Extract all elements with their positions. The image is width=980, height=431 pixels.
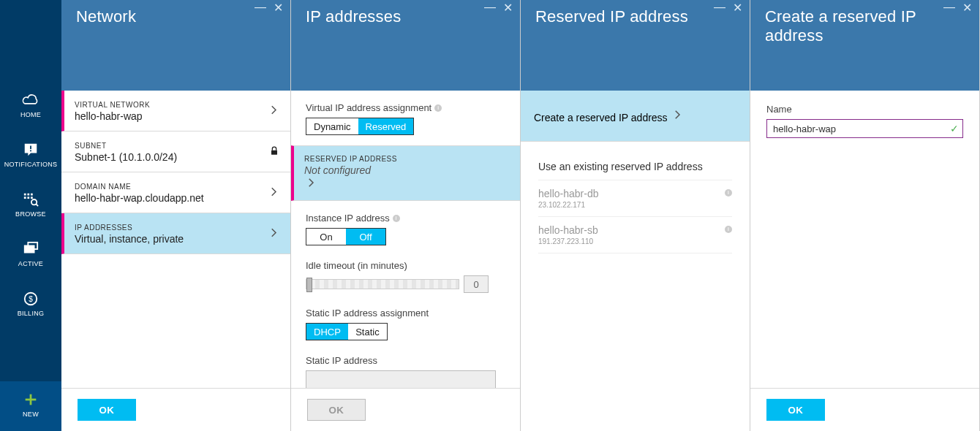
vip-reserved-option[interactable]: Reserved — [358, 118, 414, 134]
blade-reserved-header: — ✕ Reserved IP address — [521, 0, 750, 91]
info-icon: i — [393, 215, 400, 222]
instance-ip-label: Instance IP addressi — [306, 213, 505, 224]
minimize-button[interactable]: — — [941, 0, 957, 15]
instance-ip-toggle[interactable]: On Off — [306, 228, 386, 245]
nav-billing-label: BILLING — [18, 310, 45, 317]
existing-ip-address: 23.102.22.171 — [538, 201, 732, 209]
row-subnet-label: SUBNET — [75, 142, 277, 150]
ok-button[interactable]: OK — [78, 399, 136, 421]
vip-dynamic-option[interactable]: Dynamic — [306, 118, 358, 134]
static-ip-label: Static IP address — [306, 355, 505, 366]
nav-browse-label: BROWSE — [15, 210, 46, 218]
nav-active[interactable]: ACTIVE — [0, 231, 61, 281]
row-subnet-value: Subnet-1 (10.1.0.0/24) — [75, 151, 277, 163]
blade-ip-addresses: — ✕ IP addresses Virtual IP address assi… — [291, 0, 521, 431]
svg-rect-16 — [271, 150, 277, 154]
info-icon: i — [725, 226, 732, 233]
nav-active-label: ACTIVE — [18, 260, 43, 267]
active-icon — [21, 241, 40, 257]
static-dhcp-option[interactable]: DHCP — [306, 324, 348, 340]
close-button[interactable]: ✕ — [500, 0, 516, 15]
chevron-right-icon — [671, 112, 684, 123]
existing-ip-address: 191.237.223.110 — [538, 237, 732, 245]
existing-ip-item[interactable]: hello-habr-db 23.102.22.171 i — [538, 180, 732, 217]
blade-reserved-body: Create a reserved IP address Use an exis… — [521, 91, 750, 431]
svg-rect-7 — [31, 197, 33, 199]
row-domain-name[interactable]: DOMAIN NAME hello-habr-wap.cloudapp.net — [61, 172, 290, 213]
row-vnet-value: hello-habr-wap — [75, 110, 277, 122]
row-subnet[interactable]: SUBNET Subnet-1 (10.1.0.0/24) — [61, 131, 290, 172]
blade-network-header: — ✕ Network — [61, 0, 290, 91]
close-button[interactable]: ✕ — [959, 0, 975, 15]
static-assign-label: Static IP address assignment — [306, 308, 505, 319]
blade-create-title: Create a reserved IP address — [765, 7, 965, 45]
browse-icon — [21, 191, 40, 207]
name-input[interactable] — [766, 119, 963, 138]
lock-icon — [268, 145, 280, 159]
reserved-ip-row[interactable]: RESERVED IP ADDRESS Not configured — [291, 145, 520, 201]
slider-thumb[interactable] — [306, 278, 312, 292]
blade-network-title: Network — [76, 7, 276, 26]
blade-network: — ✕ Network VIRTUAL NETWORK hello-habr-w… — [61, 0, 291, 431]
minimize-button[interactable]: — — [252, 0, 268, 15]
row-virtual-network[interactable]: VIRTUAL NETWORK hello-habr-wap — [61, 91, 290, 131]
blade-ip-header: — ✕ IP addresses — [291, 0, 520, 91]
idle-timeout-slider[interactable] — [306, 279, 459, 289]
static-static-option[interactable]: Static — [348, 324, 387, 340]
static-assign-toggle[interactable]: DHCP Static — [306, 323, 388, 340]
svg-point-8 — [31, 199, 37, 205]
info-icon: i — [725, 189, 732, 197]
instance-ip-off[interactable]: Off — [346, 229, 385, 245]
minimize-button[interactable]: — — [482, 0, 498, 15]
vip-assignment-toggle[interactable]: Dynamic Reserved — [306, 118, 414, 135]
instance-ip-on[interactable]: On — [306, 229, 346, 245]
existing-section-header: Use an existing reserved IP address — [521, 142, 750, 180]
nav-new-label: NEW — [23, 411, 39, 418]
svg-rect-5 — [24, 197, 26, 199]
create-reserved-ip-option[interactable]: Create a reserved IP address — [521, 91, 750, 142]
svg-line-9 — [36, 204, 38, 206]
idle-timeout-label: Idle timeout (in minutes) — [306, 260, 505, 271]
svg-text:$: $ — [29, 295, 33, 303]
name-field-label: Name — [766, 104, 963, 115]
blade-network-body: VIRTUAL NETWORK hello-habr-wap SUBNET Su… — [61, 91, 290, 388]
minimize-button[interactable]: — — [712, 0, 728, 15]
nav-home[interactable]: HOME — [0, 82, 61, 131]
plus-icon — [21, 392, 40, 408]
notification-icon — [21, 142, 40, 158]
nav-home-label: HOME — [20, 111, 41, 118]
svg-rect-0 — [30, 146, 31, 150]
ok-button: OK — [307, 399, 366, 421]
nav-notifications[interactable]: NOTIFICATIONS — [0, 131, 61, 181]
svg-rect-1 — [30, 150, 31, 151]
svg-rect-4 — [31, 194, 33, 196]
nav-billing[interactable]: $ BILLING — [0, 281, 61, 330]
blade-create-reserved: — ✕ Create a reserved IP address Name ✓ … — [750, 0, 980, 431]
billing-icon: $ — [21, 291, 40, 307]
blade-create-body: Name ✓ — [750, 91, 979, 388]
info-icon: i — [434, 104, 442, 112]
row-ip-addresses[interactable]: IP ADDRESSES Virtual, instance, private — [61, 213, 290, 254]
close-button[interactable]: ✕ — [270, 0, 286, 15]
blade-create-footer: OK — [750, 388, 979, 431]
idle-timeout-value: 0 — [464, 275, 489, 293]
existing-ip-name: hello-habr-db — [538, 188, 732, 199]
blade-ip-title: IP addresses — [306, 7, 505, 26]
static-ip-input — [306, 370, 496, 388]
nav-new[interactable]: NEW — [0, 381, 61, 431]
blade-ip-body: Virtual IP address assignmenti Dynamic R… — [291, 91, 520, 388]
cloud-icon — [21, 92, 40, 108]
vip-assignment-label: Virtual IP address assignmenti — [306, 102, 505, 113]
ok-button[interactable]: OK — [766, 399, 825, 421]
row-vnet-label: VIRTUAL NETWORK — [75, 101, 277, 109]
existing-ip-item[interactable]: hello-habr-sb 191.237.223.110 i — [538, 217, 732, 253]
chevron-right-icon — [267, 185, 280, 200]
blade-reserved-ip: — ✕ Reserved IP address Create a reserve… — [521, 0, 750, 431]
reserved-ip-value: Not configured — [304, 164, 507, 176]
nav-browse[interactable]: BROWSE — [0, 181, 61, 231]
blade-network-footer: OK — [61, 388, 290, 431]
svg-rect-3 — [27, 194, 29, 196]
row-domain-label: DOMAIN NAME — [75, 183, 277, 191]
close-button[interactable]: ✕ — [729, 0, 745, 15]
row-ip-value: Virtual, instance, private — [75, 233, 277, 245]
